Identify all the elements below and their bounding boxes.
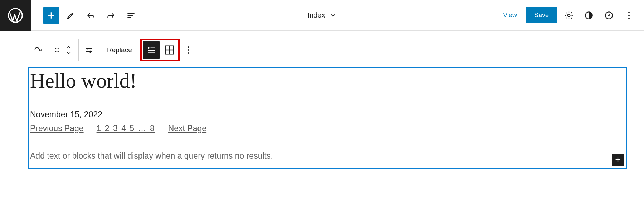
options-button[interactable] bbox=[620, 7, 638, 24]
svg-point-8 bbox=[87, 48, 88, 49]
query-block-type-button[interactable] bbox=[28, 39, 48, 61]
chevron-down-icon bbox=[329, 12, 336, 19]
append-block-button[interactable] bbox=[612, 154, 624, 166]
plus-icon bbox=[47, 11, 56, 20]
post-title[interactable]: Hello world! bbox=[29, 68, 626, 99]
styles-button[interactable] bbox=[580, 7, 597, 24]
layout-list-button[interactable] bbox=[143, 41, 160, 59]
block-options-button[interactable] bbox=[180, 39, 197, 61]
no-results-placeholder[interactable]: Add text or blocks that will display whe… bbox=[29, 133, 626, 161]
redo-icon bbox=[106, 11, 116, 20]
settings-button[interactable] bbox=[560, 7, 577, 24]
layout-grid-icon bbox=[164, 45, 175, 55]
svg-point-5 bbox=[58, 48, 59, 49]
wordpress-icon bbox=[7, 7, 24, 24]
drag-handle[interactable] bbox=[48, 39, 65, 61]
svg-point-1 bbox=[568, 14, 570, 16]
drag-icon bbox=[53, 46, 60, 54]
topbar-right-tools: View Save bbox=[497, 7, 644, 24]
query-loop-icon bbox=[33, 45, 43, 55]
list-view-button[interactable] bbox=[122, 7, 140, 24]
template-label: Index bbox=[308, 11, 325, 19]
svg-rect-12 bbox=[148, 50, 155, 51]
layout-list-icon bbox=[146, 45, 157, 55]
svg-point-4 bbox=[55, 48, 56, 49]
editor-canvas: Replace bbox=[0, 31, 644, 169]
redo-button[interactable] bbox=[102, 7, 119, 24]
editor-topbar: Index View Save bbox=[0, 0, 644, 31]
svg-point-6 bbox=[55, 51, 56, 52]
more-vertical-icon bbox=[188, 46, 189, 54]
save-button[interactable]: Save bbox=[526, 7, 557, 23]
svg-rect-13 bbox=[148, 52, 155, 53]
undo-icon bbox=[86, 11, 96, 20]
plus-icon bbox=[614, 156, 622, 164]
move-up-down[interactable] bbox=[65, 39, 78, 61]
chevron-down-icon bbox=[65, 50, 72, 55]
more-vertical-icon bbox=[628, 12, 630, 19]
svg-rect-11 bbox=[150, 48, 155, 49]
view-button[interactable]: View bbox=[497, 9, 523, 22]
layout-options-highlight bbox=[140, 39, 180, 61]
pagination-numbers[interactable]: 1 2 3 4 5 … 8 bbox=[97, 124, 155, 133]
navigation-button[interactable] bbox=[600, 7, 618, 24]
add-block-button[interactable] bbox=[43, 7, 59, 24]
edit-tool-button[interactable] bbox=[62, 7, 79, 24]
post-date[interactable]: November 15, 2022 bbox=[29, 99, 626, 122]
block-toolbar: Replace bbox=[28, 39, 197, 61]
template-selector[interactable]: Index bbox=[308, 11, 337, 19]
replace-button[interactable]: Replace bbox=[99, 39, 140, 61]
compass-icon bbox=[604, 11, 614, 20]
pagination-next[interactable]: Next Page bbox=[168, 124, 206, 133]
display-settings-button[interactable] bbox=[79, 39, 99, 61]
svg-point-9 bbox=[89, 51, 91, 53]
pencil-icon bbox=[66, 11, 75, 20]
topbar-left-tools bbox=[31, 7, 140, 24]
layout-grid-button[interactable] bbox=[162, 43, 177, 58]
sliders-icon bbox=[84, 45, 93, 55]
gear-icon bbox=[564, 11, 574, 20]
contrast-icon bbox=[584, 11, 594, 20]
query-pagination: Previous Page 1 2 3 4 5 … 8 Next Page bbox=[29, 122, 626, 133]
query-loop-block[interactable]: Hello world! November 15, 2022 Previous … bbox=[28, 67, 627, 169]
wordpress-logo[interactable] bbox=[0, 0, 31, 31]
undo-button[interactable] bbox=[82, 7, 99, 24]
list-view-icon bbox=[126, 11, 136, 20]
chevron-up-icon bbox=[65, 45, 72, 50]
svg-point-10 bbox=[148, 47, 150, 49]
pagination-previous[interactable]: Previous Page bbox=[30, 124, 84, 133]
svg-point-7 bbox=[58, 51, 59, 52]
